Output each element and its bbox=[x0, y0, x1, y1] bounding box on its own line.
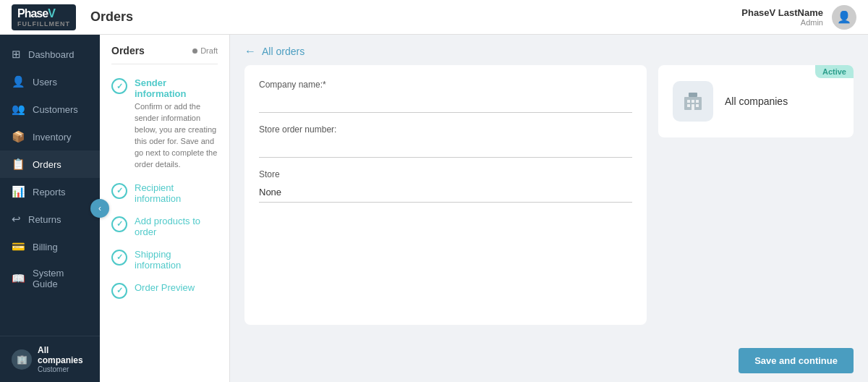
svg-rect-1 bbox=[689, 93, 697, 97]
sidebar-label-users: Users bbox=[33, 77, 57, 88]
sidebar-collapse-button[interactable]: ‹ bbox=[90, 199, 109, 218]
svg-rect-2 bbox=[687, 100, 690, 103]
returns-icon: ↩ bbox=[12, 213, 21, 226]
sidebar-item-billing[interactable]: 💳 Billing bbox=[0, 233, 100, 260]
step-title-preview: Order Preview bbox=[135, 282, 218, 293]
step-shipping[interactable]: ✓ Shipping information bbox=[100, 243, 229, 276]
step-circle-recipient: ✓ bbox=[111, 183, 127, 199]
header-right: PhaseV LastName Admin 👤 bbox=[741, 5, 856, 30]
sidebar-label-system-guide: System Guide bbox=[33, 268, 88, 289]
customers-icon: 👥 bbox=[12, 103, 25, 116]
inventory-icon: 📦 bbox=[12, 130, 25, 143]
step-content-sender: Sender information Confirm or add the se… bbox=[135, 77, 218, 171]
sidebar-item-reports[interactable]: 📊 Reports bbox=[0, 178, 100, 205]
logo: PhaseV FULFILLMENT bbox=[12, 4, 76, 30]
step-title-shipping: Shipping information bbox=[135, 249, 218, 271]
store-order-input[interactable] bbox=[259, 137, 632, 158]
store-value: None bbox=[259, 182, 632, 203]
back-arrow-icon[interactable]: ← bbox=[244, 45, 256, 58]
user-role: Admin bbox=[741, 18, 823, 27]
step-circle-products: ✓ bbox=[111, 216, 127, 232]
middle-header: Orders Draft bbox=[100, 35, 229, 64]
content-body: Company name:* Store order number: Store… bbox=[230, 65, 868, 339]
logo-sub: FULFILLMENT bbox=[17, 20, 70, 27]
company-name-input[interactable] bbox=[259, 93, 632, 113]
sidebar-bottom: 🏢 All companies Customer bbox=[0, 336, 100, 382]
avatar[interactable]: 👤 bbox=[832, 5, 856, 30]
company-name-label: Company name:* bbox=[259, 80, 632, 90]
check-icon-shipping: ✓ bbox=[116, 252, 123, 262]
sidebar-label-dashboard: Dashboard bbox=[28, 49, 75, 60]
system-guide-icon: 📖 bbox=[12, 272, 25, 285]
form-panel: Company name:* Store order number: Store… bbox=[244, 65, 647, 325]
sidebar-label-customers: Customers bbox=[33, 104, 78, 115]
svg-rect-4 bbox=[696, 100, 699, 103]
check-icon-products: ✓ bbox=[116, 219, 123, 229]
sidebar-bottom-avatar: 🏢 bbox=[12, 349, 32, 370]
active-tag: Active bbox=[815, 65, 854, 78]
step-desc-sender: Confirm or add the sender information be… bbox=[135, 101, 218, 171]
sidebar-bottom-role: Customer bbox=[38, 365, 88, 373]
step-sender[interactable]: ✓ Sender information Confirm or add the … bbox=[100, 72, 229, 177]
reports-icon: 📊 bbox=[12, 185, 25, 198]
steps-list: ✓ Sender information Confirm or add the … bbox=[100, 64, 229, 312]
store-group: Store None bbox=[259, 169, 632, 203]
check-icon: ✓ bbox=[116, 82, 123, 91]
user-name: PhaseV LastName bbox=[741, 7, 823, 18]
user-info: PhaseV LastName Admin bbox=[741, 7, 823, 27]
step-products[interactable]: ✓ Add products to order bbox=[100, 210, 229, 243]
step-content-preview: Order Preview bbox=[135, 282, 218, 293]
billing-icon: 💳 bbox=[12, 240, 25, 253]
sidebar: ⊞ Dashboard 👤 Users 👥 Customers 📦 Invent… bbox=[0, 35, 100, 382]
svg-rect-5 bbox=[687, 104, 690, 107]
sidebar-item-users[interactable]: 👤 Users bbox=[0, 68, 100, 96]
check-icon-recipient: ✓ bbox=[116, 186, 123, 195]
draft-dot bbox=[192, 48, 197, 54]
step-title-sender: Sender information bbox=[135, 77, 218, 99]
step-circle-preview: ✓ bbox=[111, 283, 127, 299]
building-icon bbox=[681, 90, 705, 113]
store-label: Store bbox=[259, 169, 632, 179]
sidebar-label-returns: Returns bbox=[28, 214, 61, 225]
main-content: ← All orders Company name:* Store order … bbox=[230, 35, 868, 382]
save-btn-bar: Save and continue bbox=[230, 339, 868, 382]
header-left: PhaseV FULFILLMENT Orders bbox=[12, 4, 133, 30]
step-circle-sender: ✓ bbox=[111, 78, 127, 94]
orders-icon: 📋 bbox=[12, 158, 25, 171]
company-name-display: All companies bbox=[725, 96, 788, 107]
sidebar-item-orders[interactable]: 📋 Orders bbox=[0, 150, 100, 178]
middle-panel-title: Orders bbox=[111, 45, 145, 56]
sidebar-item-customers[interactable]: 👥 Customers bbox=[0, 96, 100, 123]
sidebar-item-dashboard[interactable]: ⊞ Dashboard bbox=[0, 41, 100, 68]
svg-rect-6 bbox=[692, 104, 694, 110]
sidebar-label-billing: Billing bbox=[33, 242, 58, 252]
dashboard-icon: ⊞ bbox=[12, 48, 21, 61]
sidebar-bottom-info: All companies Customer bbox=[38, 345, 88, 373]
save-continue-button[interactable]: Save and continue bbox=[739, 348, 854, 373]
all-orders-link[interactable]: All orders bbox=[262, 46, 305, 57]
main-layout: ⊞ Dashboard 👤 Users 👥 Customers 📦 Invent… bbox=[0, 35, 868, 382]
sidebar-item-system-guide[interactable]: 📖 System Guide bbox=[0, 260, 100, 297]
step-content-shipping: Shipping information bbox=[135, 249, 218, 271]
sidebar-label-inventory: Inventory bbox=[33, 132, 71, 143]
draft-badge: Draft bbox=[192, 46, 218, 55]
users-icon: 👤 bbox=[12, 75, 25, 88]
company-card-wrapper: Active All co bbox=[658, 65, 854, 325]
company-icon bbox=[673, 81, 713, 122]
company-name-group: Company name:* bbox=[259, 80, 632, 113]
step-title-products: Add products to order bbox=[135, 216, 218, 237]
middle-panel: Orders Draft ✓ Sender information Confir… bbox=[100, 35, 230, 382]
store-order-group: Store order number: bbox=[259, 124, 632, 158]
step-title-recipient: Recipient information bbox=[135, 182, 218, 204]
step-recipient[interactable]: ✓ Recipient information bbox=[100, 177, 229, 210]
sidebar-item-inventory[interactable]: 📦 Inventory bbox=[0, 123, 100, 150]
sidebar-item-returns[interactable]: ↩ Returns bbox=[0, 205, 100, 233]
sidebar-label-orders: Orders bbox=[33, 159, 61, 170]
step-content-products: Add products to order bbox=[135, 216, 218, 237]
step-preview[interactable]: ✓ Order Preview bbox=[100, 276, 229, 305]
logo-text: PhaseV FULFILLMENT bbox=[12, 4, 76, 30]
app-header: PhaseV FULFILLMENT Orders PhaseV LastNam… bbox=[0, 0, 868, 35]
sidebar-label-reports: Reports bbox=[33, 187, 66, 198]
content-topbar: ← All orders bbox=[230, 35, 868, 65]
check-icon-preview: ✓ bbox=[116, 286, 123, 295]
